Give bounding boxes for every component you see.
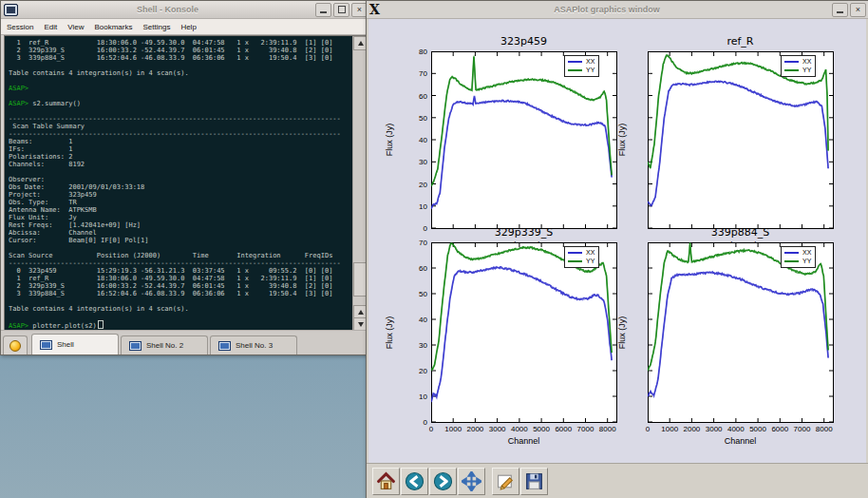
minimize-button[interactable] (832, 3, 848, 17)
shell-icon (129, 341, 142, 351)
terminal-line (9, 107, 352, 115)
legend-line-XX (784, 252, 799, 254)
figure-canvas[interactable]: 323p459Flux (Jy)01020304050607080Channel… (368, 19, 866, 463)
menu-session[interactable]: Session (7, 23, 33, 31)
terminal-line (9, 168, 352, 176)
menu-help[interactable]: Help (180, 23, 196, 31)
subplot-339p884_S[interactable] (648, 242, 834, 423)
legend-label: XX (802, 249, 811, 256)
legend-label: YY (802, 258, 811, 264)
menu-edit[interactable]: Edit (44, 23, 57, 31)
y-tick-label: 70 (406, 69, 427, 78)
legend-line-XX (568, 61, 582, 63)
y-axis-label: Flux (Jy) (617, 124, 627, 157)
terminal-line: Project: 323p459 (9, 191, 352, 199)
configure-subplots-button[interactable] (492, 468, 519, 495)
terminal-line: 1 ref_R 18:30:06.0 -49.59.30.0 04:47:58 … (9, 275, 352, 282)
menu-settings[interactable]: Settings (142, 23, 170, 31)
terminal-line: Cursor: Beam[0] IF[0] Pol[1] (9, 237, 352, 244)
terminal-line: Table contains 4 integration(s) in 4 sca… (9, 69, 352, 77)
terminal-scrollbar[interactable] (352, 36, 367, 332)
subplot-ref_R[interactable] (648, 51, 834, 229)
home-icon (376, 471, 396, 491)
y-tick-label: 40 (406, 136, 427, 144)
maximize-button[interactable] (333, 3, 349, 17)
y-tick-label: 20 (406, 181, 427, 189)
x11-icon: X (369, 3, 380, 16)
shell-icon (218, 341, 231, 351)
terminal-line: Polarisations: 2 (9, 153, 352, 161)
close-button[interactable]: × (850, 3, 866, 17)
terminal-line: Flux Unit: Jy (9, 214, 352, 221)
tab-shell[interactable]: Shell (31, 334, 119, 354)
konsole-tabbar: ShellShell No. 2Shell No. 3 (1, 330, 370, 354)
terminal[interactable]: 1 ref_R 18:30:06.0 -49.59.30.0 04:47:58 … (4, 35, 368, 333)
plot-title: 339p884_S (648, 226, 833, 239)
konsole-titlebar[interactable]: Shell - Konsole × (1, 1, 370, 19)
save-button[interactable] (520, 468, 548, 495)
minimize-button[interactable] (315, 3, 331, 17)
y-tick-label: 50 (406, 114, 427, 123)
terminal-line: Channels: 8192 (9, 161, 352, 168)
terminal-line: 1 ref_R 18:30:06.0 -49.59.30.0 04:47:58 … (9, 39, 352, 47)
legend-line-YY (568, 260, 582, 262)
konsole-app-icon (4, 4, 18, 16)
terminal-line: Scan Source Position (J2000) Time Integr… (9, 252, 352, 259)
konsole-menubar: SessionEditViewBookmarksSettingsHelp (1, 19, 370, 35)
y-tick-label: 60 (406, 92, 427, 101)
home-button[interactable] (372, 468, 400, 495)
new-session-button[interactable] (3, 335, 28, 354)
terminal-cursor (98, 320, 104, 329)
legend-label: YY (802, 67, 811, 73)
konsole-title: Shell - Konsole (22, 5, 313, 14)
y-tick-label: 70 (406, 239, 427, 247)
forward-button[interactable] (429, 468, 457, 495)
y-tick-label: 30 (406, 158, 427, 166)
legend: XXYY (781, 55, 816, 77)
terminal-line: ----------------------------------------… (9, 259, 352, 267)
terminal-line: 0 323p459 15:29:19.3 -56.31.21.3 03:37:4… (9, 267, 352, 275)
desktop: { "konsole": { "title": "Shell - Konsole… (0, 0, 868, 498)
plot-title: ref_R (648, 35, 833, 48)
terminal-line: ASAP> (9, 85, 352, 92)
terminal-line: ----------------------------------------… (9, 115, 352, 123)
pan-button[interactable] (458, 468, 485, 495)
terminal-line (9, 297, 352, 305)
subplot-323p459[interactable] (431, 51, 617, 229)
pan-icon (462, 471, 481, 491)
asaplot-titlebar[interactable]: X ASAPlot graphics window × (367, 1, 868, 19)
terminal-line: Scan Table Summary (9, 123, 352, 130)
subplot-329p339_S[interactable] (431, 242, 617, 423)
legend-label: XX (802, 58, 811, 65)
terminal-line: Abcissa: Channel (9, 229, 352, 237)
tab-shell-no-3[interactable]: Shell No. 3 (210, 335, 297, 354)
y-tick-label: 60 (406, 264, 427, 273)
legend: XXYY (564, 246, 599, 268)
terminal-line: Antenna Name: ATPKSMB (9, 206, 352, 214)
y-tick-label: 50 (406, 290, 427, 298)
back-button[interactable] (401, 468, 428, 495)
y-tick-label: 30 (406, 341, 427, 350)
terminal-line: 2 329p339_S 16:00:33.2 -52.44.39.7 06:01… (9, 47, 352, 54)
terminal-line: 3 339p884_S 16:52:04.6 -46.08.33.9 06:36… (9, 290, 352, 297)
menu-view[interactable]: View (67, 23, 84, 31)
asaplot-window: X ASAPlot graphics window × 323p459Flux … (366, 0, 868, 498)
legend-line-YY (784, 69, 799, 71)
x-axis-label: Channel (648, 436, 833, 446)
legend-line-YY (568, 69, 582, 71)
terminal-line: Rest Freqs: [1.42041e+09] [Hz] (9, 221, 352, 229)
terminal-line: Beams: 1 (9, 138, 352, 145)
terminal-line (9, 244, 352, 252)
y-tick-label: 40 (406, 316, 427, 324)
tab-shell-no-2[interactable]: Shell No. 2 (121, 335, 208, 354)
menu-bookmarks[interactable]: Bookmarks (94, 23, 132, 31)
terminal-output: 1 ref_R 18:30:06.0 -49.59.30.0 04:47:58 … (5, 36, 352, 332)
legend: XXYY (781, 246, 816, 268)
terminal-line: Observer: (9, 176, 352, 183)
legend-label: XX (586, 58, 594, 65)
terminal-line: Table contains 4 integration(s) in 4 sca… (9, 305, 352, 313)
forward-icon (433, 471, 453, 491)
terminal-line: Obs. Type: TR (9, 199, 352, 206)
legend-line-XX (784, 61, 799, 63)
terminal-line (9, 92, 352, 100)
